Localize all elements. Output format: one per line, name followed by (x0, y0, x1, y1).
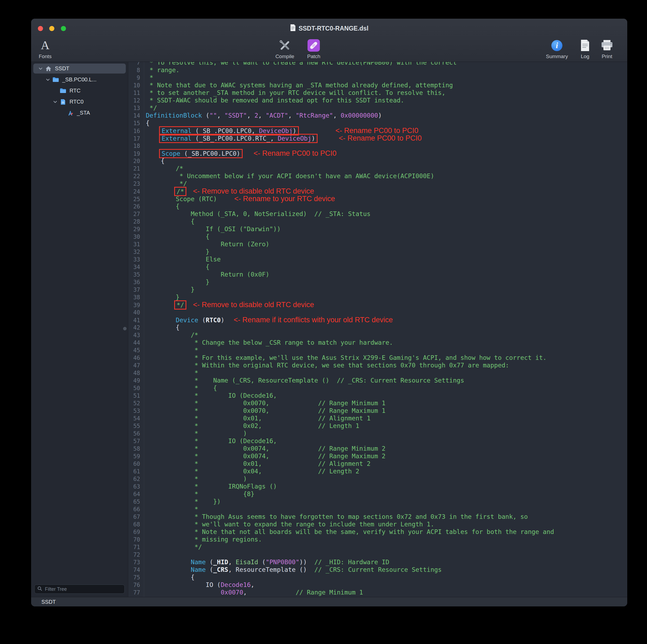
tree-item-ssdt[interactable]: SSDT (31, 63, 128, 74)
code-line-45[interactable]: 45 * (128, 346, 627, 354)
code-line-34[interactable]: 34 { (128, 263, 627, 271)
code-line-15[interactable]: 15{ (128, 119, 627, 127)
code-line-72[interactable]: 72 (128, 551, 627, 558)
code-line-67[interactable]: 67 * Though Asus seems to have forgotten… (128, 513, 627, 520)
code-line-42[interactable]: 42 { (128, 324, 627, 331)
code-line-25[interactable]: 25 Scope (RTC)<- Rename to your RTC devi… (128, 195, 627, 203)
code-line-74[interactable]: 74 Name (_CRS, ResourceTemplate () // _C… (128, 566, 627, 573)
filter-field[interactable] (34, 584, 125, 594)
code-line-12[interactable]: 12 * SSDT-AWAC should be removed and ins… (128, 96, 627, 104)
splitter-handle[interactable] (123, 327, 127, 330)
code-line-36[interactable]: 36 } (128, 278, 627, 286)
code-line-19[interactable]: 19 Scope (_SB.PC00.LPC0)<- Rename PC00 t… (128, 150, 627, 157)
code-line-35[interactable]: 35 Return (0x0F) (128, 271, 627, 278)
code-line-10[interactable]: 10 * Note that due to AWAC systems havin… (128, 81, 627, 89)
code-line-31[interactable]: 31 Return (Zero) (128, 240, 627, 248)
code-line-24[interactable]: 24 /*<- Remove to disable old RTC device (128, 187, 627, 195)
line-number: 57 (128, 437, 143, 445)
code-line-51[interactable]: 51 * IO (Decode16, (128, 392, 627, 399)
code-line-69[interactable]: 69 * Note that not all boards will be th… (128, 528, 627, 536)
code-line-73[interactable]: 73 Name (_HID, EisaId ("PNP0B00")) // _H… (128, 558, 627, 566)
code-line-26[interactable]: 26 { (128, 203, 627, 210)
code-line-22[interactable]: 22 * Uncomment below if your ACPI doesn'… (128, 172, 627, 180)
code-line-38[interactable]: 38 } (128, 293, 627, 301)
tree-item-rtc0[interactable]: RTC0 (31, 96, 128, 107)
code-line-63[interactable]: 63 * IRQNoFlags () (128, 483, 627, 490)
code-line-14[interactable]: 14DefinitionBlock ("", "SSDT", 2, "ACDT"… (128, 112, 627, 119)
code-line-52[interactable]: 52 * 0x0070, // Range Minimum 1 (128, 399, 627, 407)
code-line-30[interactable]: 30 { (128, 233, 627, 240)
patch-icon (307, 39, 320, 52)
code-line-64[interactable]: 64 * {8} (128, 490, 627, 498)
code-token: /* (146, 165, 183, 172)
code-line-59[interactable]: 59 * 0x0074, // Range Maximum 2 (128, 452, 627, 460)
code-token: } (146, 286, 195, 293)
summary-button[interactable]: i Summary (546, 39, 568, 60)
code-line-28[interactable]: 28 { (128, 218, 627, 225)
code-line-61[interactable]: 61 * 0x04, // Length 2 (128, 468, 627, 475)
code-line-53[interactable]: 53 * 0x0070, // Range Maximum 1 (128, 407, 627, 414)
code-line-8[interactable]: 8 * range. (128, 66, 627, 74)
code-line-70[interactable]: 70 * missing regions. (128, 536, 627, 543)
code-line-40[interactable]: 40 (128, 309, 627, 316)
tree-item-sta[interactable]: _STA (31, 107, 128, 118)
code-line-37[interactable]: 37 } (128, 286, 627, 293)
code-line-13[interactable]: 13 */ (128, 104, 627, 112)
code-line-66[interactable]: 66 * (128, 505, 627, 513)
annotation-text: <- Rename PC00 to PCI0 (254, 149, 337, 157)
code-line-23[interactable]: 23 */ (128, 180, 627, 187)
code-line-39[interactable]: 39 */<- Remove to disable old RTC device (128, 301, 627, 309)
line-number: 13 (128, 104, 143, 112)
code-line-77[interactable]: 77 0x0070, // Range Minimum 1 (128, 588, 627, 596)
code-editor[interactable]: 7 * To resolve this, we'll want to creat… (128, 62, 627, 597)
code-line-7[interactable]: 7 * To resolve this, we'll want to creat… (128, 62, 627, 66)
code-line-54[interactable]: 54 * 0x01, // Alignment 1 (128, 414, 627, 422)
code-content: * For this example, we'll use the Asus S… (143, 354, 547, 361)
code-line-41[interactable]: 41 Device (RTC0)<- Rename if it conflict… (128, 316, 627, 324)
code-line-33[interactable]: 33 Else (128, 255, 627, 263)
code-content: * 0x04, // Length 2 (143, 468, 359, 475)
code-line-49[interactable]: 49 * Name (_CRS, ResourceTemplate () // … (128, 377, 627, 384)
code-line-65[interactable]: 65 * }) (128, 498, 627, 505)
code-line-62[interactable]: 62 * ) (128, 475, 627, 483)
code-line-60[interactable]: 60 * 0x01, // Alignment 2 (128, 460, 627, 468)
fonts-button[interactable]: A Fonts (39, 39, 52, 60)
chevron-down-icon[interactable] (37, 66, 44, 71)
chevron-down-icon[interactable] (44, 77, 51, 82)
code-line-29[interactable]: 29 If (_OSI ("Darwin")) (128, 225, 627, 233)
code-line-75[interactable]: 75 { (128, 573, 627, 581)
code-line-76[interactable]: 76 IO (Decode16, (128, 581, 627, 588)
code-token: * To resolve this, we'll want to create … (146, 62, 456, 66)
code-line-16[interactable]: 16 External (_SB_.PC00.LPC0, DeviceObj)<… (128, 127, 627, 134)
code-line-20[interactable]: 20 { (128, 157, 627, 165)
code-line-46[interactable]: 46 * For this example, we'll use the Asu… (128, 354, 627, 361)
code-line-9[interactable]: 9 * (128, 74, 627, 81)
tree-item-rtc[interactable]: RTC (31, 85, 128, 96)
code-line-44[interactable]: 44 * Change the below _CSR range to matc… (128, 339, 627, 346)
window-title: SSDT-RTC0-RANGE.dsl (31, 24, 627, 33)
print-button[interactable]: Print (601, 39, 613, 60)
code-line-58[interactable]: 58 * 0x0074, // Range Minimum 2 (128, 445, 627, 452)
code-line-48[interactable]: 48 * (128, 369, 627, 377)
filter-input[interactable] (44, 586, 122, 592)
code-line-56[interactable]: 56 * ) (128, 429, 627, 437)
code-line-47[interactable]: 47 * Within the original RTC device, we … (128, 361, 627, 369)
code-line-68[interactable]: 68 * we'll want to expand the range to i… (128, 520, 627, 528)
tree-item-sb-pc00-l[interactable]: _SB.PC00.L... (31, 74, 128, 85)
code-line-71[interactable]: 71 */ (128, 543, 627, 551)
code-line-21[interactable]: 21 /* (128, 165, 627, 172)
chevron-down-icon[interactable] (52, 99, 59, 104)
patch-button[interactable]: Patch (307, 39, 320, 60)
code-line-11[interactable]: 11 * to set another _STA method in your … (128, 89, 627, 96)
line-number: 63 (128, 483, 143, 490)
log-button[interactable]: Log (580, 39, 590, 60)
code-line-50[interactable]: 50 * { (128, 384, 627, 392)
code-line-27[interactable]: 27 Method (_STA, 0, NotSerialized) // _S… (128, 210, 627, 218)
code-line-32[interactable]: 32 } (128, 248, 627, 255)
code-line-55[interactable]: 55 * 0x02, // Length 1 (128, 422, 627, 429)
code-line-17[interactable]: 17 External (_SB_.PC00.LPC0.RTC_, Device… (128, 134, 627, 142)
code-line-43[interactable]: 43 /* (128, 331, 627, 339)
compile-button[interactable]: Compile (275, 39, 294, 60)
code-line-57[interactable]: 57 * IO (Decode16, (128, 437, 627, 445)
code-line-18[interactable]: 18 (128, 142, 627, 150)
